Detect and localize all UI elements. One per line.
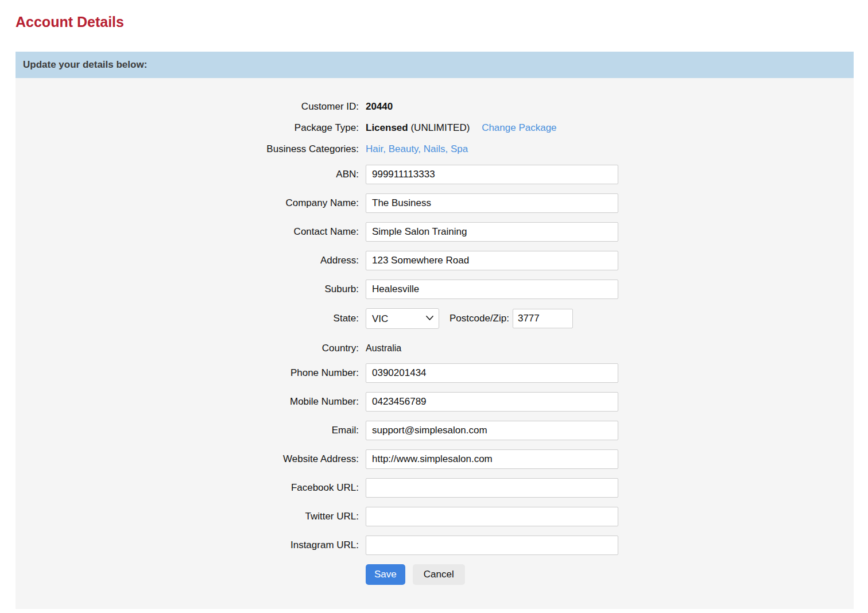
instagram-label: Instagram URL:: [16, 540, 366, 551]
customer-id-row: Customer ID: 20440: [16, 96, 854, 117]
abn-label: ABN:: [16, 169, 366, 180]
address-field[interactable]: [366, 251, 618, 270]
postcode-field[interactable]: [513, 309, 573, 328]
phone-row: Phone Number:: [16, 363, 854, 383]
mobile-field[interactable]: [366, 392, 618, 412]
suburb-field[interactable]: [366, 280, 618, 299]
package-type-suffix: (UNLIMITED): [410, 122, 470, 133]
package-type-name: Licensed: [366, 122, 408, 133]
form-actions: Save Cancel: [16, 564, 854, 585]
instagram-row: Instagram URL:: [16, 536, 854, 555]
address-label: Address:: [16, 255, 366, 266]
package-type-row: Package Type: Licensed (UNLIMITED) Chang…: [16, 117, 854, 138]
business-categories-row: Business Categories: Hair, Beauty, Nails…: [16, 138, 854, 160]
business-categories-label: Business Categories:: [16, 143, 366, 155]
twitter-row: Twitter URL:: [16, 507, 854, 526]
customer-id-value: 20440: [366, 101, 393, 112]
customer-id-label: Customer ID:: [16, 101, 366, 112]
website-field[interactable]: [366, 449, 618, 469]
change-package-link[interactable]: Change Package: [482, 122, 556, 133]
company-name-field[interactable]: [366, 193, 618, 213]
instagram-field[interactable]: [366, 536, 618, 555]
abn-field[interactable]: [366, 165, 618, 184]
facebook-row: Facebook URL:: [16, 478, 854, 498]
website-label: Website Address:: [16, 453, 366, 465]
address-row: Address:: [16, 251, 854, 270]
page-title: Account Details: [16, 14, 868, 30]
suburb-row: Suburb:: [16, 280, 854, 299]
state-label: State:: [16, 313, 366, 324]
state-postcode-row: State: VIC Postcode/Zip:: [16, 308, 854, 329]
cancel-button[interactable]: Cancel: [413, 564, 465, 585]
phone-label: Phone Number:: [16, 367, 366, 379]
state-select-wrap: VIC: [366, 308, 439, 329]
postcode-label: Postcode/Zip:: [450, 313, 509, 324]
business-categories-link[interactable]: Hair, Beauty, Nails, Spa: [366, 143, 468, 155]
abn-row: ABN:: [16, 165, 854, 184]
contact-name-field[interactable]: [366, 222, 618, 242]
facebook-label: Facebook URL:: [16, 482, 366, 494]
phone-field[interactable]: [366, 363, 618, 383]
country-value: Australia: [366, 343, 401, 354]
email-label: Email:: [16, 425, 366, 436]
package-type-value: Licensed (UNLIMITED) Change Package: [366, 122, 557, 134]
website-row: Website Address:: [16, 449, 854, 469]
save-button[interactable]: Save: [366, 564, 405, 585]
mobile-label: Mobile Number:: [16, 396, 366, 408]
suburb-label: Suburb:: [16, 284, 366, 295]
account-details-panel: Update your details below: Customer ID: …: [16, 52, 854, 609]
panel-header: Update your details below:: [16, 52, 854, 78]
state-select[interactable]: VIC: [366, 308, 439, 329]
country-row: Country: Australia: [16, 338, 854, 359]
email-row: Email:: [16, 421, 854, 440]
company-name-label: Company Name:: [16, 197, 366, 209]
twitter-field[interactable]: [366, 507, 618, 526]
company-name-row: Company Name:: [16, 193, 854, 213]
country-label: Country:: [16, 343, 366, 354]
contact-name-label: Contact Name:: [16, 226, 366, 238]
contact-name-row: Contact Name:: [16, 222, 854, 242]
package-type-label: Package Type:: [16, 122, 366, 134]
facebook-field[interactable]: [366, 478, 618, 498]
email-field[interactable]: [366, 421, 618, 440]
account-form: Customer ID: 20440 Package Type: License…: [16, 78, 854, 609]
twitter-label: Twitter URL:: [16, 511, 366, 522]
mobile-row: Mobile Number:: [16, 392, 854, 412]
